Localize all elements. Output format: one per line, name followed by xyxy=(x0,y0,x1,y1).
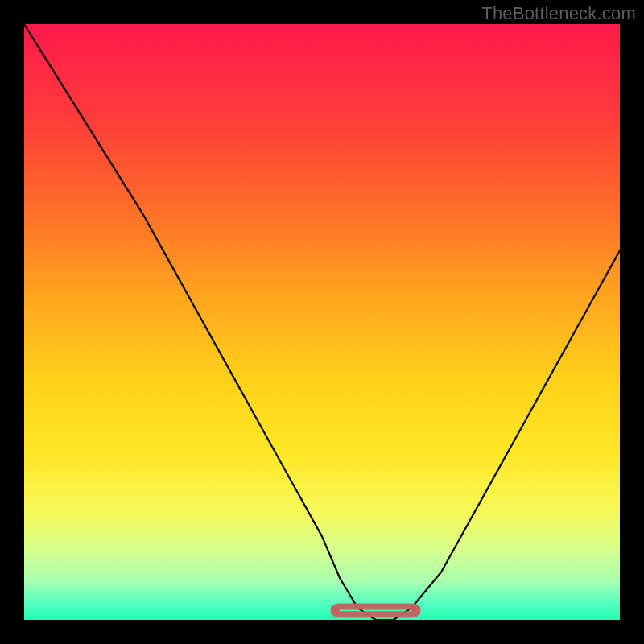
marker-end-dot xyxy=(411,606,419,614)
marker-end-dot xyxy=(332,606,340,614)
chart-frame: TheBottleneck.com xyxy=(0,0,644,644)
watermark-text: TheBottleneck.com xyxy=(481,3,636,24)
bottleneck-chart xyxy=(0,0,644,644)
plot-background xyxy=(24,24,620,620)
